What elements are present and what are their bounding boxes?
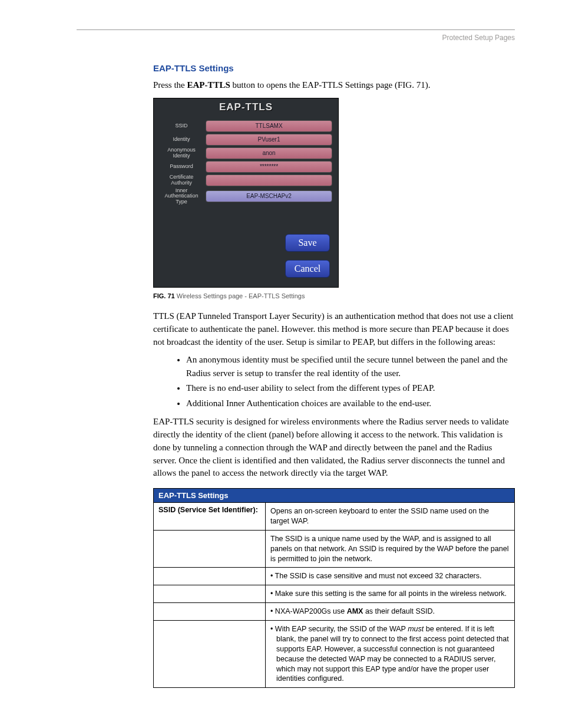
cancel-button[interactable]: Cancel — [285, 260, 330, 278]
figure-caption: FIG. 71 Wireless Settings page - EAP-TTL… — [153, 292, 515, 299]
figure-71: EAP-TTLS SSID TTLSAMX Identity PVuser1 A… — [153, 98, 515, 299]
empty-5 — [154, 621, 266, 688]
cell-6-text: • With EAP security, the SSID of the WAP… — [270, 624, 510, 684]
label-ca: Certificate Authority — [160, 174, 206, 186]
section-heading: EAP-TTLS Settings — [153, 63, 515, 73]
field-ssid[interactable]: TTLSAMX — [206, 120, 332, 132]
label-anon: Anonymous Identity — [160, 147, 206, 159]
row-label-ssid: SSID (Service Set Identifier): — [154, 503, 266, 531]
intro-bold: EAP-TTLS — [187, 80, 230, 90]
cell-1: Opens an on-screen keyboard to enter the… — [266, 503, 515, 531]
label-ssid: SSID — [160, 123, 206, 129]
cell-1-text: Opens an on-screen keyboard to enter the… — [270, 506, 510, 527]
cell-4-text: • Make sure this setting is the same for… — [270, 588, 510, 599]
bullet-1: An anonymous identity must be specified … — [186, 353, 515, 380]
intro-prefix: Press the — [153, 80, 187, 90]
cell-6: • With EAP security, the SSID of the WAP… — [266, 621, 515, 688]
table-header: EAP-TTLS Settings — [154, 489, 515, 503]
cell-3: • The SSID is case sensitive and must no… — [266, 568, 515, 585]
field-innerauth[interactable]: EAP-MSCHAPv2 — [206, 190, 332, 202]
panel-title: EAP-TTLS — [154, 98, 338, 116]
row-innerauth: Inner Authentication Type EAP-MSCHAPv2 — [160, 188, 332, 205]
bullet-3: Additional Inner Authentication choices … — [186, 397, 515, 410]
label-identity: Identity — [160, 137, 206, 142]
label-innerauth: Inner Authentication Type — [160, 188, 206, 205]
row-ca: Certificate Authority — [160, 174, 332, 186]
settings-table: EAP-TTLS Settings SSID (Service Set Iden… — [153, 488, 515, 688]
row-anon: Anonymous Identity anon — [160, 147, 332, 159]
field-identity[interactable]: PVuser1 — [206, 134, 332, 146]
save-button[interactable]: Save — [285, 234, 330, 252]
cell-2-text: The SSID is a unique name used by the WA… — [270, 533, 510, 565]
cell-5-text: • NXA-WAP200Gs use AMX as their default … — [270, 606, 510, 617]
field-password[interactable]: ******** — [206, 161, 332, 173]
main-content: EAP-TTLS Settings Press the EAP-TTLS but… — [153, 63, 515, 688]
field-anon[interactable]: anon — [206, 147, 332, 159]
paragraph-ttls-desc: TTLS (EAP Tunneled Transport Layer Secur… — [153, 310, 515, 348]
intro-paragraph: Press the EAP-TTLS button to opens the E… — [153, 79, 515, 92]
panel-body: SSID TTLSAMX Identity PVuser1 Anonymous … — [154, 116, 338, 287]
running-header: Protected Setup Pages — [77, 34, 515, 42]
cell-4: • Make sure this setting is the same for… — [266, 585, 515, 603]
empty-3 — [154, 585, 266, 603]
paragraph-security: EAP-TTLS security is designed for wirele… — [153, 416, 515, 480]
cell-2: The SSID is a unique name used by the WA… — [266, 530, 515, 568]
row-password: Password ******** — [160, 161, 332, 173]
intro-suffix: button to opens the EAP-TTLS Settings pa… — [230, 80, 431, 90]
field-ca[interactable] — [206, 174, 332, 186]
eap-ttls-panel: EAP-TTLS SSID TTLSAMX Identity PVuser1 A… — [153, 98, 339, 288]
fig-ref: FIG. 71 — [153, 292, 175, 299]
label-password: Password — [160, 164, 206, 169]
row-ssid: SSID TTLSAMX — [160, 120, 332, 132]
bullet-2: There is no end-user ability to select f… — [186, 381, 515, 395]
row-identity: Identity PVuser1 — [160, 134, 332, 146]
fig-text: Wireless Settings page - EAP-TTLS Settin… — [175, 292, 305, 299]
cell-5: • NXA-WAP200Gs use AMX as their default … — [266, 603, 515, 621]
panel-buttons: Save Cancel — [160, 234, 332, 278]
bullet-list: An anonymous identity must be specified … — [186, 353, 515, 410]
empty-1 — [154, 530, 266, 568]
top-rule — [77, 29, 515, 30]
cell-3-text: • The SSID is case sensitive and must no… — [270, 571, 510, 582]
empty-2 — [154, 568, 266, 585]
empty-4 — [154, 603, 266, 621]
